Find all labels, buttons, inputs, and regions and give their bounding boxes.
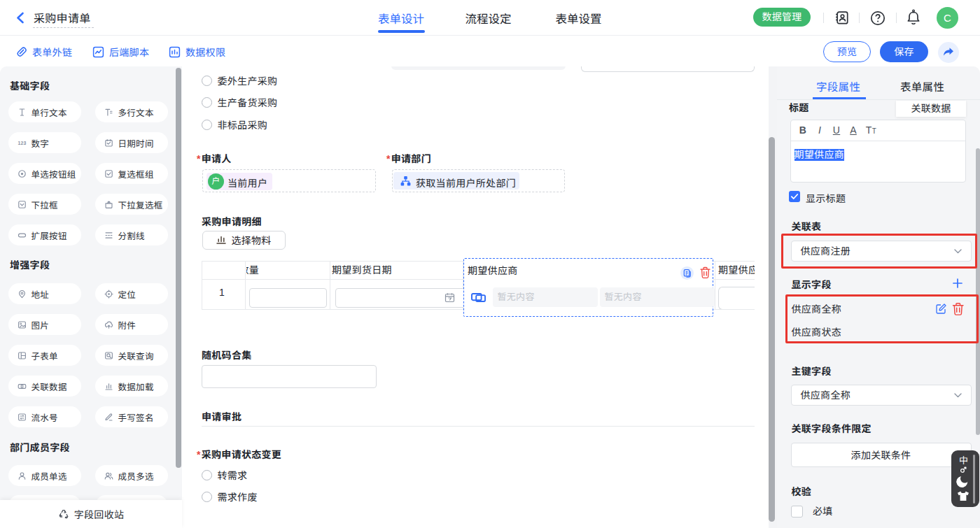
svg-text:123: 123	[18, 141, 26, 145]
